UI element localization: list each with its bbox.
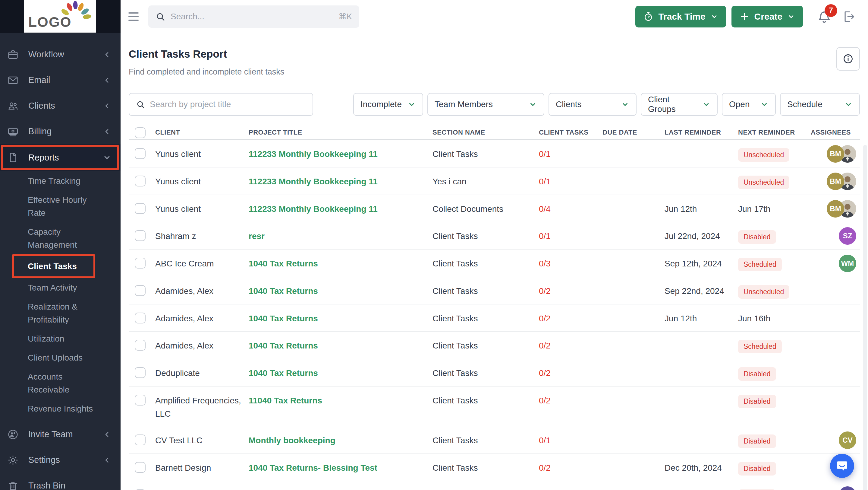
column-header-due-date: DUE DATE — [602, 128, 664, 136]
global-search[interactable]: ⌘K — [148, 5, 359, 28]
cell-client: Yunus client — [155, 140, 249, 166]
logo-text: LOGO — [28, 14, 71, 30]
column-header-client-tasks: CLIENT TASKS — [539, 128, 602, 136]
search-icon — [156, 12, 165, 22]
cell-assignees: WM — [811, 250, 858, 272]
cell-due-date — [602, 222, 664, 235]
sidebar-logo-strip: LOGO — [0, 0, 121, 33]
project-title-link[interactable]: 1040 Tax Returns — [249, 368, 318, 378]
row-checkbox[interactable] — [135, 367, 146, 378]
filter-dropdown-client-groups[interactable]: Client Groups — [641, 93, 718, 116]
global-search-input[interactable] — [170, 12, 338, 22]
notifications-button[interactable]: 7 — [817, 10, 831, 24]
sidebar-subitem-accounts-receivable[interactable]: Accounts Receivable — [0, 367, 121, 399]
track-time-button[interactable]: Track Time — [635, 6, 726, 27]
project-title-link[interactable]: 112233 Monthly Bookkeeping 11 — [249, 149, 378, 159]
project-title-link[interactable]: 11040 Tax Returns — [249, 396, 322, 405]
chevron-down-icon — [102, 153, 112, 162]
chat-widget-button[interactable] — [830, 454, 854, 478]
cell-assignees: BM — [811, 168, 858, 190]
table-row: Amplified Frequencies, LLC11040 Tax Retu… — [129, 386, 860, 426]
sidebar-subitem-capacity-management[interactable]: Capacity Management — [0, 222, 121, 254]
row-checkbox[interactable] — [135, 176, 146, 186]
sidebar-subitem-revenue-insights[interactable]: Revenue Insights — [0, 399, 121, 418]
sidebar-item-settings[interactable]: Settings — [0, 447, 121, 473]
row-checkbox[interactable] — [135, 313, 146, 323]
project-title-search[interactable] — [129, 93, 313, 116]
filter-dropdown-incomplete[interactable]: Incomplete — [353, 93, 423, 116]
sidebar-item-clients[interactable]: Clients — [0, 93, 121, 119]
project-title-link[interactable]: 1040 Tax Returns — [249, 286, 318, 296]
project-title-link[interactable]: 1040 Tax Returns — [249, 341, 318, 350]
sidebar-item-label: Clients — [28, 101, 55, 111]
document-icon — [7, 152, 19, 163]
sidebar-item-label: Trash Bin — [28, 481, 65, 490]
sidebar-item-email[interactable]: Email — [0, 67, 121, 93]
row-checkbox[interactable] — [135, 203, 146, 214]
sidebar-subitem-time-tracking[interactable]: Time Tracking — [0, 171, 121, 191]
hamburger-menu-icon[interactable] — [128, 10, 141, 23]
dropdown-value: Incomplete — [361, 99, 402, 109]
cell-client: ABC Ice Cream — [155, 250, 249, 276]
project-title-search-input[interactable] — [150, 99, 306, 109]
row-checkbox-cell — [129, 386, 155, 405]
sidebar-subitem-client-tasks[interactable]: Client Tasks — [0, 254, 121, 278]
project-title-link[interactable]: 1040 Tax Returns — [249, 314, 318, 323]
row-checkbox[interactable] — [135, 434, 146, 445]
sidebar-item-reports[interactable]: Reports — [0, 144, 121, 171]
column-header-client: CLIENT — [155, 128, 249, 136]
project-title-link[interactable]: 112233 Monthly Bookkeeping 11 — [249, 204, 378, 213]
filter-dropdown-schedule[interactable]: Schedule — [780, 93, 860, 116]
filter-dropdown-clients[interactable]: Clients — [549, 93, 637, 116]
filter-dropdown-team-members[interactable]: Team Members — [427, 93, 544, 116]
sidebar-item-workflow[interactable]: Workflow — [0, 41, 121, 67]
row-checkbox-cell — [129, 305, 155, 323]
cell-project-title: 112233 Monthly Bookkeeping 11 — [249, 140, 433, 166]
row-checkbox[interactable] — [135, 230, 146, 241]
cell-client: Yunus client — [155, 195, 249, 221]
row-checkbox[interactable] — [135, 148, 146, 159]
create-button[interactable]: Create — [732, 6, 803, 27]
cell-client-tasks: 0/1 — [539, 222, 602, 248]
project-title-link[interactable]: Monthly bookkeeping — [249, 436, 336, 445]
row-checkbox[interactable] — [135, 285, 146, 296]
avatar-initials: BM — [827, 173, 844, 190]
cell-last-reminder — [664, 481, 738, 490]
sidebar-subitem-utilization[interactable]: Utilization — [0, 329, 121, 348]
sidebar-subitem-team-activity[interactable]: Team Activity — [0, 278, 121, 297]
sidebar-item-label: Email — [28, 75, 50, 85]
row-checkbox[interactable] — [135, 395, 146, 405]
cell-due-date — [602, 359, 664, 372]
sidebar-subitem-realization-profitability[interactable]: Realization & Profitability — [0, 297, 121, 329]
project-title-link[interactable]: 1040 Tax Returns — [249, 259, 318, 268]
project-title-link[interactable]: 112233 Monthly Bookkeeping 11 — [249, 177, 378, 186]
sidebar-item-trash-bin[interactable]: Trash Bin — [0, 473, 121, 490]
cell-last-reminder — [664, 359, 738, 372]
filter-dropdown-open[interactable]: Open — [722, 93, 776, 116]
sidebar-item-billing[interactable]: Billing — [0, 119, 121, 144]
client-tasks-count: 0/3 — [539, 259, 551, 268]
cell-next-reminder: Disabled — [738, 426, 811, 454]
avatar-initials: BM — [827, 145, 844, 163]
row-checkbox[interactable] — [135, 340, 146, 351]
sidebar-subitem-client-uploads[interactable]: Client Uploads — [0, 348, 121, 367]
cell-client-tasks: 0/2 — [539, 305, 602, 331]
cell-due-date — [602, 386, 664, 400]
row-checkbox[interactable] — [135, 258, 146, 268]
project-title-link[interactable]: 1040 Tax Returns- Blessing Test — [249, 463, 377, 472]
logo[interactable]: LOGO — [24, 0, 96, 33]
vertical-scrollbar[interactable] — [863, 145, 867, 490]
row-checkbox[interactable] — [135, 462, 146, 473]
sidebar-bottom-group: Invite TeamSettingsTrash Bin — [0, 422, 121, 490]
sidebar-item-invite-team[interactable]: Invite Team — [0, 422, 121, 447]
project-title-link[interactable]: resr — [249, 231, 265, 241]
cell-project-title: Monthly bookkeeping — [249, 426, 433, 453]
logout-icon[interactable] — [842, 10, 855, 23]
info-button[interactable] — [836, 47, 860, 70]
select-all-checkbox[interactable] — [135, 127, 146, 138]
search-icon — [136, 100, 145, 109]
invite-icon — [7, 429, 19, 440]
cell-project-title: 1040 Tax Returns — [249, 332, 433, 358]
sidebar-subitem-effective-hourly-rate[interactable]: Effective Hourly Rate — [0, 191, 121, 222]
cell-next-reminder: Disabled — [738, 454, 811, 481]
